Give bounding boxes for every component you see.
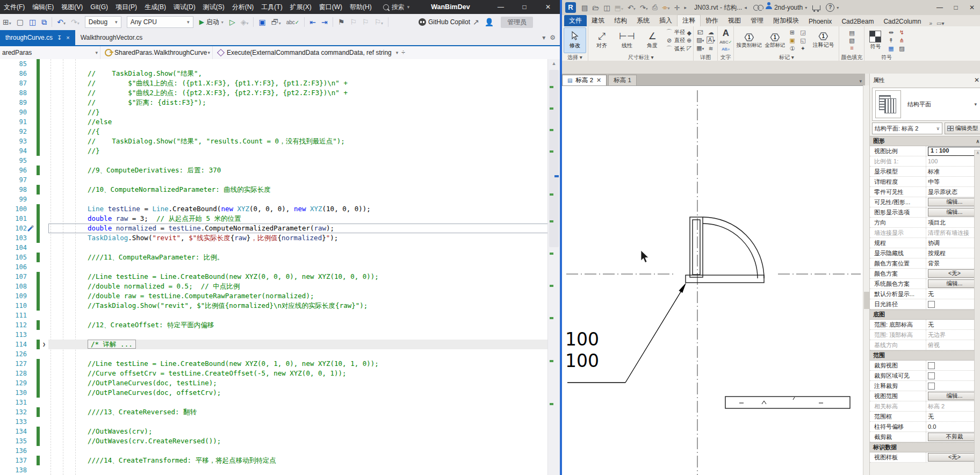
- property-value[interactable]: 协调: [926, 238, 980, 248]
- vs-menu-item[interactable]: 分析(N): [228, 0, 258, 14]
- code-line[interactable]: 93// TaskDialog.Show("结果", "results.Coun…: [0, 136, 548, 146]
- code-text[interactable]: [48, 175, 548, 185]
- indent-increase-icon[interactable]: ⇥: [319, 18, 330, 26]
- code-text[interactable]: //TaskDialog.Show("revit", $"比例值{normali…: [48, 301, 548, 311]
- property-value[interactable]: <无>: [926, 269, 980, 278]
- code-editor[interactable]: 8586// TaskDialog.Show("结果",87// $"曲线1上的…: [0, 59, 548, 475]
- type-dropdown[interactable]: SharedParas.WalkthroughCurve ▾: [100, 46, 212, 59]
- code-line[interactable]: 137////14、CreateTransformed: 平移，将起点移动到特定…: [0, 456, 548, 465]
- group-label-colorfill[interactable]: 颜色填充: [841, 54, 862, 61]
- property-value[interactable]: 标准: [926, 167, 980, 176]
- code-text[interactable]: ////14、CreateTransformed: 平移，将起点移动到特定点: [48, 456, 548, 465]
- property-value[interactable]: 清理所有墙连接: [926, 228, 980, 238]
- pin-icon[interactable]: ↧: [57, 34, 62, 41]
- vs-menu-item[interactable]: 生成(B): [141, 0, 170, 14]
- vs-menu-item[interactable]: 视图(V): [57, 0, 87, 14]
- code-line[interactable]: 131: [0, 398, 548, 407]
- store-cart-icon[interactable]: [812, 5, 820, 10]
- property-checkbox[interactable]: [928, 301, 935, 308]
- code-line[interactable]: 98//10、ComputeNormalizedParameter: 曲线的实际…: [0, 185, 548, 195]
- area-boundary-icon[interactable]: ▦: [888, 45, 893, 52]
- code-text[interactable]: [48, 156, 548, 165]
- code-text[interactable]: [48, 243, 548, 253]
- tag-by-category-button[interactable]: 1 按类别标记: [736, 33, 762, 48]
- property-checkbox[interactable]: [928, 372, 935, 379]
- code-line[interactable]: 109//double raw = testLine.ComputeRawPar…: [0, 291, 548, 301]
- property-value[interactable]: 编辑...: [926, 207, 980, 217]
- vs-menu-item[interactable]: 编辑(E): [28, 0, 57, 14]
- vs-close-button[interactable]: ✕: [536, 0, 560, 14]
- property-value[interactable]: 100: [926, 156, 980, 166]
- code-line[interactable]: 134//OutWaves(crv);: [0, 427, 548, 436]
- angular-dim-button[interactable]: ∠ 角度: [640, 32, 664, 49]
- close-tab-icon[interactable]: ×: [66, 34, 69, 41]
- scroll-up-icon[interactable]: ▲: [548, 59, 560, 66]
- view-reference-icon[interactable]: ✦: [801, 45, 805, 52]
- vs-maximize-button[interactable]: □: [513, 0, 536, 14]
- code-text[interactable]: double normalized = testLine.ComputeNorm…: [48, 224, 548, 233]
- ribbon-tab-2[interactable]: 结构: [609, 15, 632, 26]
- property-section-header[interactable]: 底图∧: [870, 310, 980, 320]
- code-text[interactable]: //}: [48, 107, 548, 117]
- span-direction-icon[interactable]: ⇹: [889, 29, 893, 35]
- code-line[interactable]: 86// TaskDialog.Show("结果",: [0, 69, 548, 78]
- revit-minimize-button[interactable]: —: [932, 4, 948, 11]
- property-value[interactable]: 背景: [926, 258, 980, 268]
- code-text[interactable]: //OutPlaneCurves(doc, testLine);: [48, 378, 548, 388]
- type-selector[interactable]: 结构平面 ▾: [872, 88, 980, 121]
- code-text[interactable]: [48, 446, 548, 456]
- property-value[interactable]: 按规程: [926, 248, 980, 258]
- code-line[interactable]: 132////13、CreateReversed: 翻转: [0, 407, 548, 417]
- property-button[interactable]: 编辑...: [928, 392, 980, 400]
- code-text[interactable]: [48, 349, 548, 359]
- property-section-header[interactable]: 图形∧: [870, 136, 980, 146]
- ribbon-tab-8[interactable]: 管理: [746, 15, 768, 26]
- project-dropdown[interactable]: aredParas▾: [0, 46, 100, 59]
- code-text[interactable]: //Line testLine = Line.CreateBound(new X…: [48, 272, 548, 282]
- properties-scrollbar[interactable]: ∧: [974, 150, 980, 473]
- drawing-area[interactable]: 100 100: [562, 85, 863, 475]
- section-mark-icon[interactable]: ▨: [899, 45, 904, 52]
- code-text[interactable]: [48, 465, 548, 475]
- member-dropdown[interactable]: Execute(ExternalCommandData commandData,…: [212, 46, 560, 59]
- title-collapse-icon[interactable]: ◂: [742, 5, 749, 10]
- area-tag-icon[interactable]: ▣: [789, 37, 795, 44]
- ribbon-tab-11[interactable]: Cad2Beam: [837, 17, 878, 26]
- revit-maximize-button[interactable]: □: [948, 4, 964, 11]
- code-line[interactable]: 97: [0, 175, 548, 185]
- code-line[interactable]: 95: [0, 156, 548, 165]
- code-text[interactable]: double raw = 3; // 从起点开始 5 米的位置: [48, 214, 548, 224]
- property-value[interactable]: <无>: [926, 452, 980, 462]
- ribbon-tab-file[interactable]: 文件: [564, 15, 587, 26]
- radial-dim-button[interactable]: ⌒半径: [666, 28, 685, 36]
- code-line[interactable]: 103TaskDialog.Show("revit", $"线实际长度{raw}…: [0, 233, 548, 243]
- keynote-button[interactable]: 1 注释记号: [809, 32, 837, 49]
- property-value[interactable]: 标高 2: [926, 401, 980, 411]
- code-line[interactable]: 128//Curve offsetCrv = testLine.CreateOf…: [0, 369, 548, 378]
- code-text[interactable]: [48, 195, 548, 204]
- open-file-icon[interactable]: ▢: [14, 18, 26, 26]
- code-line[interactable]: 91//else: [0, 117, 548, 127]
- vs-menu-item[interactable]: 调试(D): [170, 0, 199, 14]
- code-line[interactable]: 136: [0, 446, 548, 456]
- code-line[interactable]: 90//}: [0, 107, 548, 117]
- qat-more-icon[interactable]: ▸: [682, 5, 689, 10]
- code-text[interactable]: // $"距离: {dist:F3}");: [48, 98, 548, 107]
- multi-category-tag-icon[interactable]: ⊞: [790, 29, 795, 35]
- property-value[interactable]: 1 : 100: [926, 146, 980, 156]
- vs-minimize-button[interactable]: —: [489, 0, 513, 14]
- spell-check-icon[interactable]: ABC✓: [719, 39, 732, 46]
- code-text[interactable]: [48, 311, 548, 320]
- code-line[interactable]: 127//Line testLine = Line.CreateBound(ne…: [0, 359, 548, 369]
- symbol-button[interactable]: 符号: [866, 31, 884, 51]
- modify-button[interactable]: 修改: [564, 27, 586, 53]
- region-icon[interactable]: ▨▾: [696, 37, 704, 44]
- open-icon[interactable]: 🗁: [590, 4, 601, 12]
- code-text[interactable]: //OutWaves(crv.CreateReversed());: [48, 436, 548, 446]
- property-checkbox[interactable]: [928, 362, 935, 369]
- add-user-icon[interactable]: 👤: [482, 18, 496, 26]
- vs-menu-item[interactable]: 项目(P): [112, 0, 141, 14]
- code-line[interactable]: 113: [0, 330, 548, 340]
- collapsed-region[interactable]: /* 详解 ...: [88, 340, 136, 349]
- code-text[interactable]: //10、ComputeNormalizedParameter: 曲线的实际长度: [48, 185, 548, 195]
